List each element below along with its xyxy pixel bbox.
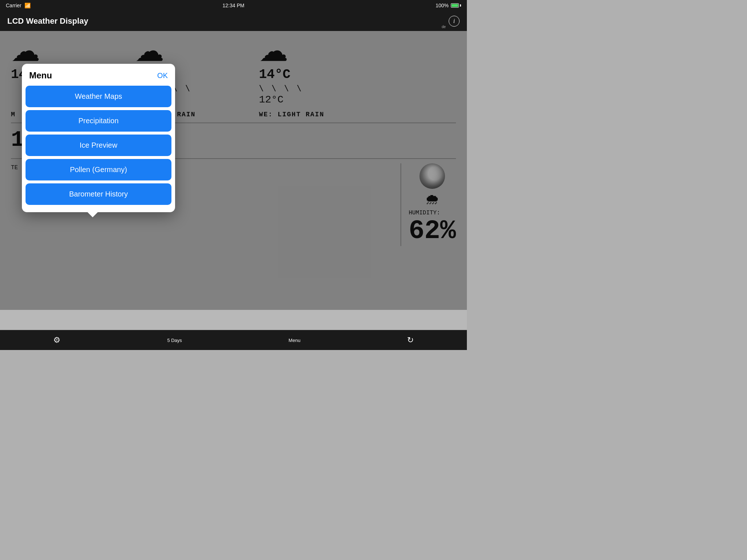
menu-ok-button[interactable]: OK [157, 71, 168, 80]
menu-popup: Menu OK Weather Maps Precipitation Ice P… [22, 64, 175, 212]
menu-item-weather-maps[interactable]: Weather Maps [26, 86, 171, 107]
status-left: Carrier 📶 [6, 3, 31, 8]
status-time: 12:34 PM [222, 3, 244, 8]
settings-icon: ⚙ [53, 335, 61, 345]
menu-item-ice-preview[interactable]: Ice Preview [26, 135, 171, 156]
tab-refresh[interactable]: ↻ [400, 334, 421, 346]
refresh-icon: ↻ [407, 335, 414, 345]
bg-content: ☁ 14°C ☁ 13°C \ \ \ \ \ 10°C ☁ 14°C \ \ … [0, 31, 467, 330]
app-title: LCD Weather Display [7, 16, 88, 26]
tab-5days-label: 5 Days [167, 338, 182, 343]
battery-icon [451, 3, 461, 8]
status-right: 100% [436, 3, 461, 8]
battery-percent: 100% [436, 3, 449, 8]
menu-item-pollen-germany[interactable]: Pollen (Germany) [26, 159, 171, 180]
menu-header: Menu OK [22, 64, 175, 86]
tab-bar: ⚙ 5 Days Menu ↻ [0, 330, 467, 350]
menu-title: Menu [29, 70, 52, 81]
tab-5days[interactable]: 5 Days [160, 336, 189, 345]
status-bar: Carrier 📶 12:34 PM 100% [0, 0, 467, 11]
tab-menu-label: Menu [289, 338, 301, 343]
wifi-icon: 📶 [24, 3, 31, 8]
carrier-label: Carrier [6, 3, 22, 8]
tab-menu[interactable]: Menu [281, 336, 308, 345]
nav-subtitle: de [442, 25, 446, 29]
info-button[interactable]: i [449, 16, 460, 27]
tab-settings[interactable]: ⚙ [46, 334, 68, 346]
menu-item-barometer-history[interactable]: Barometer History [26, 183, 171, 205]
nav-bar: LCD Weather Display de i [0, 11, 467, 31]
menu-item-precipitation[interactable]: Precipitation [26, 110, 171, 132]
menu-items-list: Weather Maps Precipitation Ice Preview P… [22, 86, 175, 212]
